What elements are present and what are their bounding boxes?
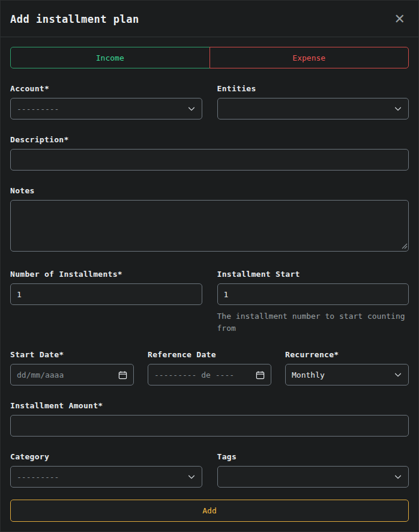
reference-date-placeholder: --------- de ---- xyxy=(154,370,234,379)
tags-field: Tags xyxy=(217,452,409,488)
account-value: --------- xyxy=(17,104,59,113)
installment-start-label: Installment Start xyxy=(217,270,409,279)
entities-select[interactable] xyxy=(217,98,409,119)
chevron-down-icon xyxy=(394,473,402,481)
calendar-icon[interactable] xyxy=(256,370,265,379)
start-date-placeholder: dd/mm/aaaa xyxy=(17,370,64,379)
description-label: Description* xyxy=(10,135,409,144)
entities-field: Entities xyxy=(217,84,409,119)
recurrence-label: Recurrence* xyxy=(285,350,409,359)
tags-select[interactable] xyxy=(217,466,409,488)
close-icon: ✕ xyxy=(394,11,405,26)
chevron-down-icon xyxy=(394,104,402,113)
category-field: Category --------- xyxy=(10,452,202,488)
chevron-down-icon xyxy=(394,370,402,379)
modal-header: Add installment plan ✕ xyxy=(1,1,418,37)
add-button[interactable]: Add xyxy=(10,500,409,522)
account-field: Account* --------- xyxy=(10,84,202,119)
description-input[interactable] xyxy=(10,149,409,171)
reference-date-label: Reference Date xyxy=(148,350,271,359)
installment-amount-input[interactable] xyxy=(10,415,409,437)
reference-date-field: Reference Date --------- de ---- xyxy=(148,350,271,385)
account-label: Account* xyxy=(10,84,202,93)
description-field: Description* xyxy=(10,135,409,171)
transaction-type-toggle: Income Expense xyxy=(10,47,409,68)
reference-date-input[interactable]: --------- de ---- xyxy=(148,364,271,385)
chevron-down-icon xyxy=(187,104,196,113)
category-select[interactable]: --------- xyxy=(10,466,202,488)
recurrence-value: Monthly xyxy=(292,370,325,379)
notes-textarea[interactable] xyxy=(10,200,409,252)
page-title: Add installment plan xyxy=(10,13,139,25)
recurrence-field: Recurrence* Monthly xyxy=(285,350,409,385)
account-select[interactable]: --------- xyxy=(10,98,202,119)
start-date-label: Start Date* xyxy=(10,350,134,359)
number-of-installments-field: Number of Installments* xyxy=(10,270,202,334)
category-label: Category xyxy=(10,452,202,461)
category-value: --------- xyxy=(17,473,59,482)
installment-start-input[interactable] xyxy=(217,283,409,305)
start-date-input[interactable]: dd/mm/aaaa xyxy=(10,364,134,385)
calendar-icon[interactable] xyxy=(118,370,127,379)
add-installment-plan-modal: Add installment plan ✕ Income Expense Ac… xyxy=(0,0,419,532)
installment-start-field: Installment Start The installment number… xyxy=(217,270,409,334)
chevron-down-icon xyxy=(187,473,196,481)
number-of-installments-label: Number of Installments* xyxy=(10,270,202,279)
close-button[interactable]: ✕ xyxy=(392,11,408,27)
installment-amount-field: Installment Amount* xyxy=(10,401,409,437)
income-tab[interactable]: Income xyxy=(10,47,210,68)
entities-label: Entities xyxy=(217,84,409,93)
notes-label: Notes xyxy=(10,186,409,195)
installment-start-help: The installment number to start counting… xyxy=(217,310,409,334)
modal-body: Income Expense Account* --------- Entiti… xyxy=(1,37,418,531)
expense-tab[interactable]: Expense xyxy=(210,47,409,68)
tags-label: Tags xyxy=(217,452,409,461)
recurrence-select[interactable]: Monthly xyxy=(285,364,409,385)
installment-amount-label: Installment Amount* xyxy=(10,401,409,410)
notes-field: Notes xyxy=(10,186,409,254)
start-date-field: Start Date* dd/mm/aaaa xyxy=(10,350,134,385)
number-of-installments-input[interactable] xyxy=(10,283,202,305)
